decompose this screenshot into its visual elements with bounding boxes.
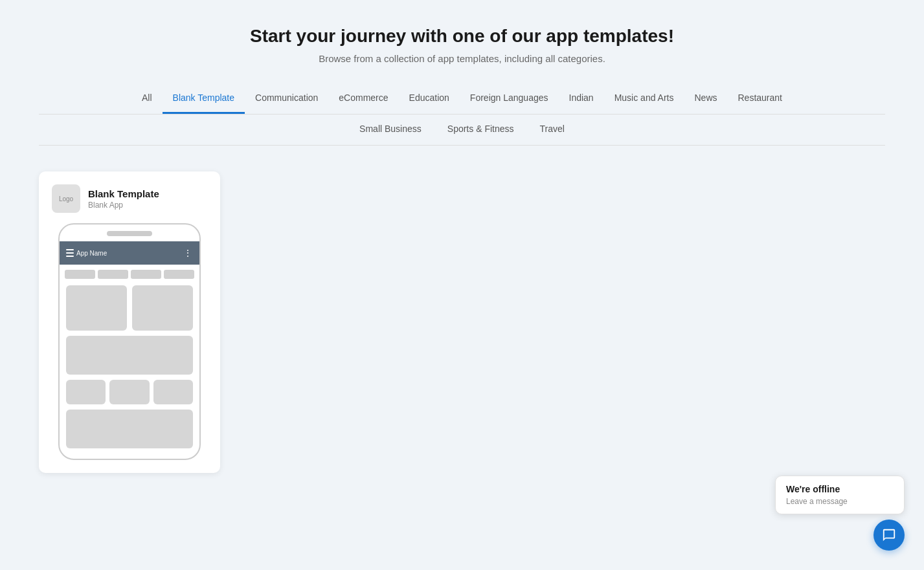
hamburger-line — [66, 256, 74, 257]
phone-app-name: App Name — [76, 250, 107, 257]
tab-foreign-languages[interactable]: Foreign Languages — [460, 83, 559, 114]
card-info: Blank Template Blank App — [88, 188, 159, 210]
card-subtitle: Blank App — [88, 201, 159, 210]
phone-row-3col — [66, 380, 193, 404]
tab-small-business[interactable]: Small Business — [346, 115, 434, 145]
tab-music-and-arts[interactable]: Music and Arts — [604, 83, 684, 114]
tab-all[interactable]: All — [131, 83, 163, 114]
hamburger-line — [66, 252, 74, 254]
tab-restaurant[interactable]: Restaurant — [728, 83, 793, 114]
chat-widget: We're offline Leave a message — [775, 476, 905, 551]
phone-topbar-left: App Name — [66, 249, 107, 257]
tab-indian[interactable]: Indian — [559, 83, 604, 114]
chat-icon — [882, 528, 896, 542]
card-logo: Logo — [52, 184, 80, 213]
phone-block — [109, 380, 149, 404]
phone-block — [132, 285, 193, 331]
phone-row-2col — [66, 285, 193, 331]
phone-nav-tab — [98, 270, 128, 279]
tab-sports-&-fitness[interactable]: Sports & Fitness — [434, 115, 527, 145]
phone-block — [153, 380, 193, 404]
phone-nav-tab — [164, 270, 194, 279]
phone-topbar: App Name ⋮ — [60, 241, 199, 265]
three-dots-icon: ⋮ — [183, 248, 193, 258]
template-card-blank[interactable]: Logo Blank Template Blank App — [39, 171, 220, 473]
phone-nav-tabs — [60, 270, 199, 279]
tabs-row2: Small BusinessSports & FitnessTravel — [39, 115, 885, 146]
phone-block — [66, 285, 127, 331]
chat-open-button[interactable] — [873, 520, 905, 551]
phone-mockup: App Name ⋮ — [58, 223, 201, 460]
hamburger-line — [66, 249, 74, 250]
page-header: Start your journey with one of our app t… — [39, 26, 885, 64]
tab-ecommerce[interactable]: eCommerce — [328, 83, 398, 114]
phone-block-full-bottom — [66, 410, 193, 448]
phone-content — [60, 285, 199, 448]
phone-notch — [107, 231, 152, 236]
page-subtitle: Browse from a collection of app template… — [39, 53, 885, 64]
tab-education[interactable]: Education — [399, 83, 460, 114]
phone-block — [66, 380, 106, 404]
phone-block-full — [66, 336, 193, 375]
chat-offline-title: We're offline — [786, 484, 894, 494]
tab-news[interactable]: News — [684, 83, 727, 114]
card-header: Logo Blank Template Blank App — [52, 184, 207, 213]
page-container: Start your journey with one of our app t… — [0, 0, 924, 499]
chat-bubble: We're offline Leave a message — [775, 476, 905, 514]
phone-nav-tab — [131, 270, 161, 279]
tab-travel[interactable]: Travel — [527, 115, 578, 145]
card-title: Blank Template — [88, 188, 159, 199]
tab-blank-template[interactable]: Blank Template — [163, 83, 245, 114]
page-title: Start your journey with one of our app t… — [39, 26, 885, 47]
tab-communication[interactable]: Communication — [245, 83, 328, 114]
hamburger-icon — [66, 249, 74, 257]
templates-grid: Logo Blank Template Blank App — [39, 171, 885, 473]
chat-offline-subtitle: Leave a message — [786, 497, 894, 506]
tabs-row1: AllBlank TemplateCommunicationeCommerceE… — [39, 83, 885, 115]
phone-nav-tab — [65, 270, 95, 279]
